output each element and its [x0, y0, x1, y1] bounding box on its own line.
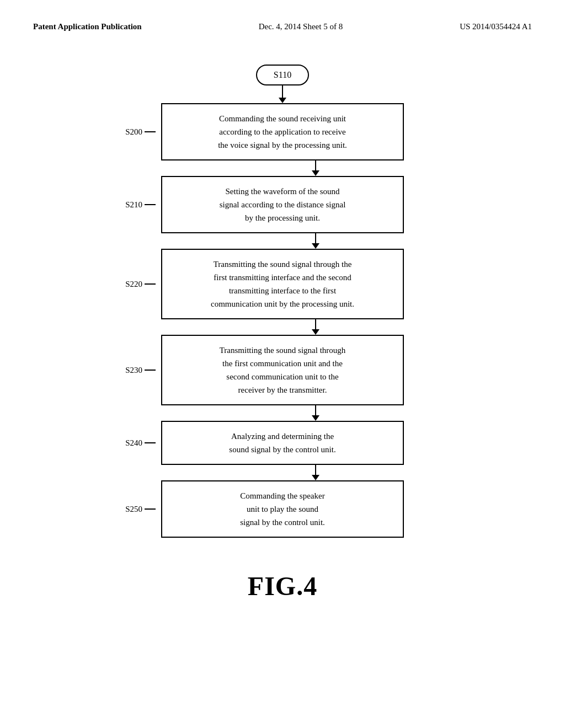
- figure-label: FIG.4: [248, 571, 317, 601]
- step-s250: S250 Commanding the speaker unit to play…: [95, 480, 470, 538]
- step-label-s240: S240: [95, 438, 161, 448]
- step-label-s200: S200: [95, 127, 161, 137]
- arrowhead: [312, 415, 319, 421]
- connector-s220-s230: [312, 319, 319, 335]
- step-box-s250: Commanding the speaker unit to play the …: [161, 480, 404, 538]
- step-box-s220: Transmitting the sound signal through th…: [161, 249, 404, 319]
- v-line: [315, 160, 316, 170]
- header-date-sheet: Dec. 4, 2014 Sheet 5 of 8: [259, 22, 343, 31]
- step-s230: S230 Transmitting the sound signal throu…: [95, 335, 470, 405]
- tick-line: [145, 442, 156, 443]
- arrowhead: [312, 475, 319, 480]
- v-line: [282, 85, 283, 98]
- connector-s110-s200: [279, 85, 286, 103]
- arrowhead: [312, 170, 319, 176]
- tick-line: [145, 370, 156, 371]
- step-s240: S240 Analyzing and determining the sound…: [95, 421, 470, 465]
- step-label-s250: S250: [95, 505, 161, 514]
- tick-line: [145, 204, 156, 205]
- header-publication: Patent Application Publication: [33, 22, 142, 31]
- header-patent-number: US 2014/0354424 A1: [460, 22, 532, 31]
- connector-s200-s210: [312, 160, 319, 176]
- step-box-s200: Commanding the sound receiving unit acco…: [161, 103, 404, 160]
- step-box-s230: Transmitting the sound signal through th…: [161, 335, 404, 405]
- step-box-s210: Setting the waveform of the sound signal…: [161, 176, 404, 233]
- arrowhead: [279, 98, 286, 103]
- flowchart-diagram: S110 S200 Commanding the sound receiving…: [0, 42, 565, 612]
- connector-s230-s240: [312, 405, 319, 421]
- v-line: [315, 319, 316, 329]
- step-label-s230: S230: [95, 366, 161, 375]
- step-s200: S200 Commanding the sound receiving unit…: [95, 103, 470, 160]
- arrowhead: [312, 243, 319, 249]
- page-header: Patent Application Publication Dec. 4, 2…: [0, 0, 565, 42]
- connector-s210-s220: [312, 233, 319, 249]
- v-line: [315, 465, 316, 475]
- arrowhead: [312, 329, 319, 335]
- tick-line: [145, 508, 156, 510]
- step-label-s220: S220: [95, 280, 161, 289]
- v-line: [315, 405, 316, 415]
- step-label-s210: S210: [95, 200, 161, 210]
- tick-line: [145, 283, 156, 285]
- connector-s240-s250: [312, 465, 319, 480]
- step-s220: S220 Transmitting the sound signal throu…: [95, 249, 470, 319]
- step-box-s240: Analyzing and determining the sound sign…: [161, 421, 404, 465]
- tick-line: [145, 131, 156, 132]
- step-s210: S210 Setting the waveform of the sound s…: [95, 176, 470, 233]
- start-node-s110: S110: [256, 65, 309, 85]
- v-line: [315, 233, 316, 243]
